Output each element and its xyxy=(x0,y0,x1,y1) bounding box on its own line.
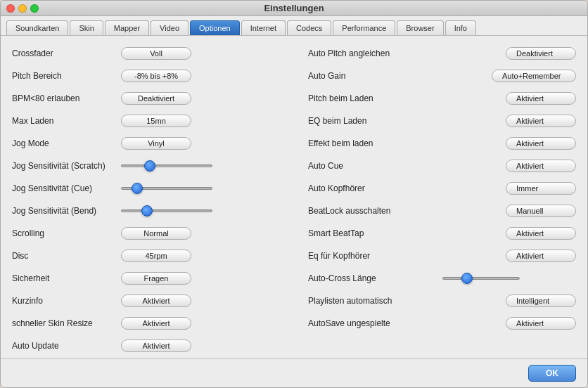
slider-auto-cross[interactable] xyxy=(442,277,577,280)
minimize-button[interactable] xyxy=(18,4,27,13)
row-scrolling: Scrolling Normal xyxy=(12,224,280,242)
btn-jog-mode[interactable]: Vinyl xyxy=(121,137,191,150)
slider-jog-bend[interactable] xyxy=(121,209,280,212)
slider-thumb-bend[interactable] xyxy=(141,205,153,216)
label-scrolling: Scrolling xyxy=(12,228,121,238)
tab-soundkarten[interactable]: Soundkarten xyxy=(6,20,68,35)
label-disc: Disc xyxy=(12,251,121,261)
row-sicherheit: Sicherheit Fragen xyxy=(12,269,280,287)
btn-scrolling[interactable]: Normal xyxy=(121,227,191,240)
label-playlisten: Playlisten automatisch xyxy=(308,296,506,306)
main-area: Crossfader Voll Pitch Bereich -8% bis +8… xyxy=(12,44,576,355)
row-effekt-laden: Effekt beim laden Aktiviert xyxy=(308,134,576,153)
left-column: Crossfader Voll Pitch Bereich -8% bis +8… xyxy=(12,44,280,355)
slider-track-cross[interactable] xyxy=(442,277,520,280)
label-bpm: BPM<80 erlauben xyxy=(12,93,121,103)
row-auto-update: Auto Update Aktiviert xyxy=(12,337,280,355)
btn-smart-beattap[interactable]: Aktiviert xyxy=(506,227,576,240)
label-smart-beattap: Smart BeatTap xyxy=(308,228,506,238)
content-area: Crossfader Voll Pitch Bereich -8% bis +8… xyxy=(1,36,587,358)
slider-track-bend[interactable] xyxy=(121,209,212,212)
btn-skin-resize[interactable]: Aktiviert xyxy=(121,317,191,330)
label-auto-kopfhoerer: Auto Kopfhörer xyxy=(308,183,506,193)
btn-pitch-bereich[interactable]: -8% bis +8% xyxy=(121,70,191,82)
row-max-laden: Max Laden 15mn xyxy=(12,112,280,130)
slider-jog-cue[interactable] xyxy=(121,187,280,190)
label-pitch-bereich: Pitch Bereich xyxy=(12,71,121,81)
row-skin-resize: schneller Skin Resize Aktiviert xyxy=(12,314,280,332)
row-disc: Disc 45rpm xyxy=(12,247,280,265)
row-jog-bend: Jog Sensitivität (Bend) xyxy=(12,202,280,220)
btn-auto-cue[interactable]: Aktiviert xyxy=(506,160,576,172)
label-auto-update: Auto Update xyxy=(12,341,121,351)
btn-kurzinfo[interactable]: Aktiviert xyxy=(121,295,191,307)
btn-autosave[interactable]: Aktiviert xyxy=(506,317,576,330)
label-sicherheit: Sicherheit xyxy=(12,273,121,283)
btn-pitch-laden[interactable]: Aktiviert xyxy=(506,92,576,105)
tab-optionen[interactable]: Optionen xyxy=(190,20,240,35)
row-jog-mode: Jog Mode Vinyl xyxy=(12,134,280,153)
label-jog-cue: Jog Sensitivität (Cue) xyxy=(12,183,121,193)
row-bpm: BPM<80 erlauben Deaktiviert xyxy=(12,89,280,108)
tab-codecs[interactable]: Codecs xyxy=(287,20,331,35)
label-auto-cue: Auto Cue xyxy=(308,161,506,171)
slider-thumb-cross[interactable] xyxy=(461,273,473,284)
label-max-laden: Max Laden xyxy=(12,116,121,126)
btn-max-laden[interactable]: 15mn xyxy=(121,115,191,127)
row-smart-beattap: Smart BeatTap Aktiviert xyxy=(308,224,576,242)
label-eq-kopfhoerer: Eq für Kopfhörer xyxy=(308,251,506,261)
btn-sicherheit[interactable]: Fragen xyxy=(121,272,191,285)
label-skin-resize: schneller Skin Resize xyxy=(12,318,121,328)
row-autosave: AutoSave ungespielte Aktiviert xyxy=(308,314,576,332)
row-auto-cue: Auto Cue Aktiviert xyxy=(308,157,576,175)
btn-eq-laden[interactable]: Aktiviert xyxy=(506,115,576,127)
titlebar: Einstellungen xyxy=(1,1,587,16)
tab-skin[interactable]: Skin xyxy=(70,20,103,35)
slider-track-scratch[interactable] xyxy=(121,164,212,167)
btn-eq-kopfhoerer[interactable]: Aktiviert xyxy=(506,250,576,262)
row-beatlock: BeatLock ausschalten Manuell xyxy=(308,202,576,220)
tab-mapper[interactable]: Mapper xyxy=(105,20,149,35)
btn-crossfader[interactable]: Voll xyxy=(121,47,191,60)
main-window: Einstellungen Soundkarten Skin Mapper Vi… xyxy=(0,0,588,388)
label-jog-bend: Jog Sensitivität (Bend) xyxy=(12,206,121,216)
row-auto-cross: Auto-Cross Länge xyxy=(308,269,576,287)
btn-auto-update[interactable]: Aktiviert xyxy=(121,340,191,352)
row-eq-kopfhoerer: Eq für Kopfhörer Aktiviert xyxy=(308,247,576,265)
window-title: Einstellungen xyxy=(264,3,324,13)
row-auto-pitch: Auto Pitch angleichen Deaktiviert xyxy=(308,44,576,63)
row-auto-gain: Auto Gain Auto+Remember xyxy=(308,67,576,85)
slider-thumb-cue[interactable] xyxy=(132,183,143,194)
row-jog-scratch: Jog Sensitivität (Scratch) xyxy=(12,157,280,175)
tab-bar: Soundkarten Skin Mapper Video Optionen I… xyxy=(1,16,587,36)
label-autosave: AutoSave ungespielte xyxy=(308,318,506,328)
btn-bpm[interactable]: Deaktiviert xyxy=(121,92,191,105)
btn-disc[interactable]: 45rpm xyxy=(121,250,191,262)
label-jog-mode: Jog Mode xyxy=(12,138,121,148)
btn-auto-kopfhoerer[interactable]: Immer xyxy=(506,182,576,195)
label-effekt-laden: Effekt beim laden xyxy=(308,138,506,148)
ok-button[interactable]: OK xyxy=(528,365,576,382)
btn-playlisten[interactable]: Intelligent xyxy=(506,295,576,307)
row-eq-laden: EQ beim Laden Aktiviert xyxy=(308,112,576,130)
slider-track-cue[interactable] xyxy=(121,187,212,190)
label-pitch-laden: Pitch beim Laden xyxy=(308,93,506,103)
tab-video[interactable]: Video xyxy=(151,20,188,35)
label-kurzinfo: Kurzinfo xyxy=(12,296,121,306)
btn-beatlock[interactable]: Manuell xyxy=(506,205,576,217)
btn-auto-pitch[interactable]: Deaktiviert xyxy=(506,47,576,60)
tab-internet[interactable]: Internet xyxy=(241,20,286,35)
slider-jog-scratch[interactable] xyxy=(121,164,280,167)
tab-info[interactable]: Info xyxy=(445,20,476,35)
label-beatlock: BeatLock ausschalten xyxy=(308,206,506,216)
btn-auto-gain[interactable]: Auto+Remember xyxy=(492,70,576,82)
btn-effekt-laden[interactable]: Aktiviert xyxy=(506,137,576,150)
slider-thumb-scratch[interactable] xyxy=(144,160,155,172)
row-jog-cue: Jog Sensitivität (Cue) xyxy=(12,179,280,198)
tab-performance[interactable]: Performance xyxy=(333,20,395,35)
maximize-button[interactable] xyxy=(30,4,39,13)
tab-browser[interactable]: Browser xyxy=(397,20,443,35)
row-pitch-bereich: Pitch Bereich -8% bis +8% xyxy=(12,67,280,85)
label-jog-scratch: Jog Sensitivität (Scratch) xyxy=(12,161,121,171)
close-button[interactable] xyxy=(6,4,15,13)
